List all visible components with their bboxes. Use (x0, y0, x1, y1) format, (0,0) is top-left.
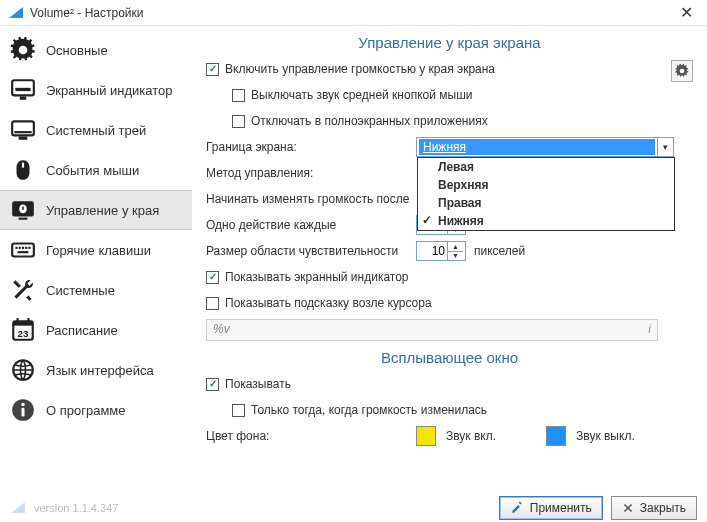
monitor-icon (10, 77, 36, 103)
section-title: Всплывающее окно (206, 349, 693, 366)
svg-rect-7 (12, 201, 34, 216)
window-title: Volume² - Настройки (30, 6, 674, 20)
popup-only-change-label: Только тогда, когда громкость изменилась (251, 403, 487, 417)
apply-button[interactable]: Применить (499, 496, 603, 520)
svg-rect-6 (19, 137, 28, 140)
sidebar-item-language[interactable]: Язык интерфейса (0, 350, 192, 390)
section-title: Управление у края экрана (206, 34, 693, 51)
svg-rect-14 (28, 247, 30, 249)
disable-fullscreen-label: Отключать в полноэкранных приложениях (251, 114, 488, 128)
sidebar-item-label: Управление у края (46, 203, 159, 218)
mute-middle-checkbox[interactable] (232, 89, 245, 102)
sidebar-item-system[interactable]: Системные (0, 270, 192, 310)
svg-rect-15 (18, 251, 29, 253)
sidebar-item-label: Экранный индикатор (46, 83, 173, 98)
svg-rect-2 (15, 88, 30, 91)
border-option[interactable]: Нижняя (418, 212, 674, 230)
footer: version 1.1.4.347 Применить Закрыть (0, 494, 707, 522)
svg-rect-24 (21, 408, 24, 417)
svg-rect-4 (12, 121, 34, 135)
sidebar-item-hotkeys[interactable]: Горячие клавиши (0, 230, 192, 270)
show-osd-checkbox[interactable] (206, 271, 219, 284)
border-combo-value: Нижняя (419, 139, 655, 155)
spinner-icon[interactable]: ▲▼ (447, 242, 463, 260)
svg-rect-19 (27, 318, 29, 323)
footer-logo-icon (10, 500, 26, 516)
close-button[interactable]: ✕ (674, 3, 699, 23)
method-label: Метод управления: (206, 166, 416, 180)
mute-middle-label: Выключать звук средней кнопкой мыши (251, 88, 472, 102)
sensitivity-number[interactable]: ▲▼ (416, 241, 466, 261)
calendar-icon: 23 (10, 317, 36, 343)
edge-icon (10, 197, 36, 223)
sidebar-item-label: Расписание (46, 323, 118, 338)
version-label: version 1.1.4.347 (34, 502, 118, 514)
svg-rect-13 (25, 247, 27, 249)
app-logo-icon (8, 5, 24, 21)
sensitivity-label: Размер области чувствительности (206, 244, 416, 258)
border-option[interactable]: Правая (418, 194, 674, 212)
close-button-label: Закрыть (640, 501, 686, 515)
enable-edge-label: Включить управление громкостью у края эк… (225, 62, 495, 76)
svg-rect-1 (12, 80, 34, 95)
svg-rect-18 (17, 318, 19, 323)
hint-template-field[interactable]: %v i (206, 319, 658, 341)
sidebar-item-label: О программе (46, 403, 126, 418)
unit-label: пикселей (474, 244, 525, 258)
svg-rect-10 (15, 247, 17, 249)
sound-on-color-swatch[interactable] (416, 426, 436, 446)
border-combo[interactable]: Нижняя ▾ Левая Верхняя Правая Нижняя (416, 137, 674, 157)
svg-marker-25 (11, 502, 25, 513)
close-button[interactable]: Закрыть (611, 496, 697, 520)
sidebar-item-label: Горячие клавиши (46, 243, 151, 258)
tools-icon (10, 277, 36, 303)
sidebar: Основные Экранный индикатор Системный тр… (0, 26, 192, 494)
hint-placeholder-text: %v (213, 322, 230, 336)
svg-rect-17 (13, 321, 33, 325)
tray-icon (10, 117, 36, 143)
disable-fullscreen-checkbox[interactable] (232, 115, 245, 128)
popup-only-change-checkbox[interactable] (232, 404, 245, 417)
show-hint-checkbox[interactable] (206, 297, 219, 310)
sidebar-item-label: Системный трей (46, 123, 146, 138)
sidebar-item-label: Основные (46, 43, 108, 58)
border-dropdown: Левая Верхняя Правая Нижняя (417, 157, 675, 231)
sound-on-label: Звук вкл. (446, 429, 496, 443)
show-hint-label: Показывать подсказку возле курсора (225, 296, 432, 310)
titlebar: Volume² - Настройки ✕ (0, 0, 707, 26)
svg-rect-8 (19, 218, 28, 220)
popup-show-checkbox[interactable] (206, 378, 219, 391)
border-option[interactable]: Верхняя (418, 176, 674, 194)
sensitivity-input[interactable] (417, 242, 447, 260)
sidebar-item-schedule[interactable]: 23 Расписание (0, 310, 192, 350)
sidebar-item-osd[interactable]: Экранный индикатор (0, 70, 192, 110)
popup-show-label: Показывать (225, 377, 291, 391)
sidebar-item-label: События мыши (46, 163, 139, 178)
sidebar-item-mouse[interactable]: События мыши (0, 150, 192, 190)
sound-off-color-swatch[interactable] (546, 426, 566, 446)
svg-rect-12 (22, 247, 24, 249)
sound-off-label: Звук выкл. (576, 429, 635, 443)
border-option[interactable]: Левая (418, 158, 674, 176)
sidebar-item-label: Системные (46, 283, 115, 298)
svg-point-23 (21, 403, 24, 406)
svg-rect-3 (20, 97, 27, 100)
gear-icon (10, 37, 36, 63)
action-every-label: Одно действие каждые (206, 218, 416, 232)
sidebar-item-general[interactable]: Основные (0, 30, 192, 70)
bgcolor-label: Цвет фона: (206, 429, 416, 443)
svg-marker-0 (9, 7, 23, 18)
svg-rect-9 (12, 244, 34, 257)
sidebar-item-about[interactable]: О программе (0, 390, 192, 430)
sidebar-item-tray[interactable]: Системный трей (0, 110, 192, 150)
keyboard-icon (10, 237, 36, 263)
sidebar-item-edge[interactable]: Управление у края (0, 190, 192, 230)
show-osd-label: Показывать экранный индикатор (225, 270, 409, 284)
start-after-label: Начинать изменять громкость после (206, 192, 416, 206)
info-icon[interactable]: i (648, 322, 651, 336)
globe-icon (10, 357, 36, 383)
chevron-down-icon: ▾ (657, 138, 673, 156)
content-pane: Управление у края экрана Включить управл… (192, 26, 707, 494)
settings-gear-button[interactable] (671, 60, 693, 82)
enable-edge-checkbox[interactable] (206, 63, 219, 76)
